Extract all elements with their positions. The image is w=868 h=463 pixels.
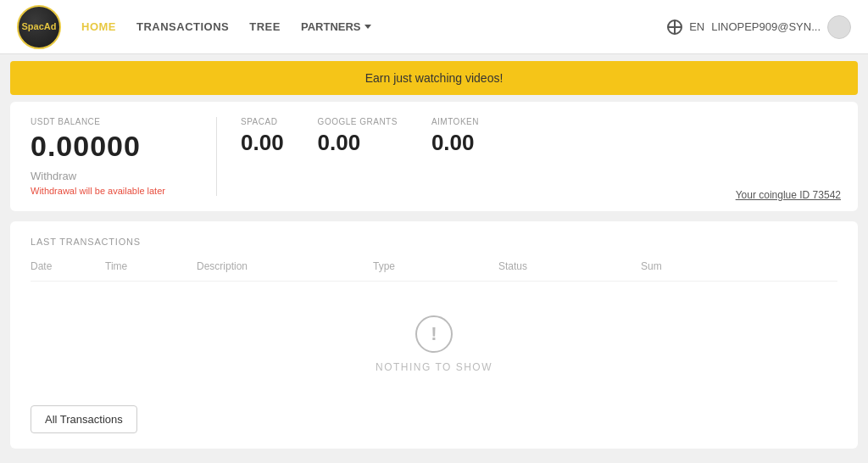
logo-text: SpacAd bbox=[22, 21, 57, 32]
col-sum: Sum bbox=[641, 260, 726, 272]
app-logo[interactable]: SpacAd bbox=[17, 5, 61, 49]
col-type: Type bbox=[373, 260, 492, 272]
empty-icon: ! bbox=[415, 315, 453, 353]
language-label: EN bbox=[689, 20, 704, 33]
spacad-label: SPACAD bbox=[241, 117, 284, 126]
col-status: Status bbox=[498, 260, 634, 272]
table-header: Date Time Description Type Status Sum bbox=[31, 260, 837, 282]
aimtoken-label: AIMTOKEN bbox=[431, 117, 479, 126]
google-grants-amount: 0.00 bbox=[318, 130, 398, 156]
nav-links: HOME TRANSACTIONS TREE PARTNERS bbox=[81, 20, 667, 33]
nav-partners[interactable]: PARTNERS bbox=[301, 20, 371, 33]
nav-right: EN LINOPEP909@SYN... bbox=[667, 15, 851, 39]
nav-home[interactable]: HOME bbox=[81, 20, 116, 33]
chevron-down-icon bbox=[364, 25, 371, 29]
avatar[interactable] bbox=[827, 15, 851, 39]
withdraw-note: Withdrawal will be available later bbox=[31, 186, 192, 196]
col-description: Description bbox=[197, 260, 366, 272]
col-date: Date bbox=[31, 260, 98, 272]
google-grants-label: GOOGLE GRANTS bbox=[318, 117, 398, 126]
spacad-amount: 0.00 bbox=[241, 130, 284, 156]
empty-text: NOTHING TO SHOW bbox=[376, 361, 492, 373]
nav-transactions[interactable]: TRANSACTIONS bbox=[136, 20, 229, 33]
earn-banner: Earn just watching videos! bbox=[10, 61, 858, 95]
coinglue-id[interactable]: Your coinglue ID 73542 bbox=[736, 189, 841, 201]
main-content: USDT BALANCE 0.00000 Withdraw Withdrawal… bbox=[0, 102, 868, 459]
spacad-token: SPACAD 0.00 bbox=[241, 117, 284, 156]
aimtoken-token: AIMTOKEN 0.00 bbox=[431, 117, 479, 156]
withdraw-button[interactable]: Withdraw bbox=[31, 170, 192, 182]
navbar: SpacAd HOME TRANSACTIONS TREE PARTNERS E… bbox=[0, 0, 868, 54]
globe-icon[interactable] bbox=[667, 20, 682, 35]
transactions-card: LAST TRANSACTIONS Date Time Description … bbox=[10, 221, 858, 449]
usdt-amount: 0.00000 bbox=[31, 130, 192, 163]
google-grants-token: GOOGLE GRANTS 0.00 bbox=[318, 117, 398, 156]
transactions-title: LAST TRANSACTIONS bbox=[31, 237, 837, 247]
usdt-label: USDT BALANCE bbox=[31, 117, 192, 126]
user-email: LINOPEP909@SYN... bbox=[711, 20, 821, 33]
aimtoken-amount: 0.00 bbox=[431, 130, 479, 156]
balance-card: USDT BALANCE 0.00000 Withdraw Withdrawal… bbox=[10, 102, 858, 211]
col-time: Time bbox=[105, 260, 190, 272]
nav-tree[interactable]: TREE bbox=[249, 20, 281, 33]
tokens-section: SPACAD 0.00 GOOGLE GRANTS 0.00 AIMTOKEN … bbox=[241, 117, 837, 156]
all-transactions-button[interactable]: All Transactions bbox=[31, 405, 137, 433]
empty-state: ! NOTHING TO SHOW bbox=[31, 282, 837, 399]
usdt-section: USDT BALANCE 0.00000 Withdraw Withdrawal… bbox=[31, 117, 217, 196]
